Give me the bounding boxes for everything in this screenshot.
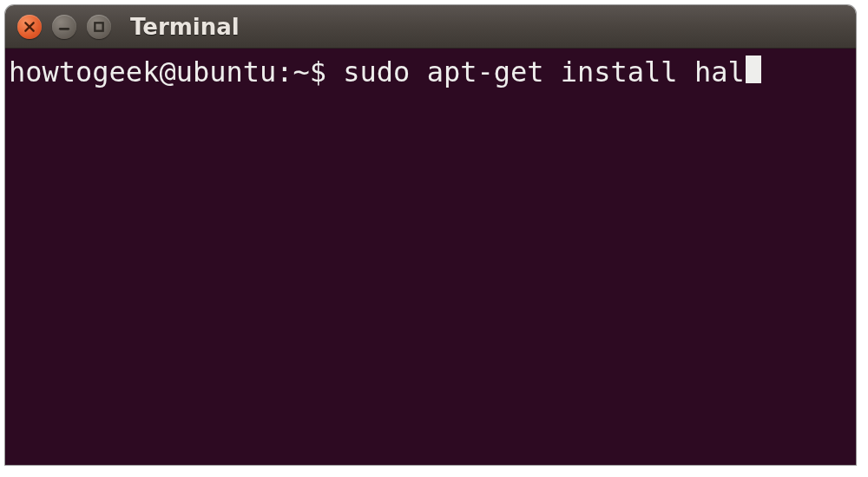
shell-prompt: howtogeek@ubuntu:~$ [9, 56, 343, 88]
maximize-icon [93, 21, 105, 33]
terminal-body[interactable]: howtogeek@ubuntu:~$ sudo apt-get install… [5, 49, 856, 465]
titlebar[interactable]: Terminal [5, 5, 856, 49]
svg-rect-3 [95, 23, 102, 30]
close-button[interactable] [17, 15, 42, 39]
terminal-window: Terminal howtogeek@ubuntu:~$ sudo apt-ge… [5, 5, 856, 465]
command-text: sudo apt-get install hal [343, 56, 744, 88]
prompt-line: howtogeek@ubuntu:~$ sudo apt-get install… [9, 56, 852, 88]
cursor [746, 56, 761, 83]
close-icon [23, 21, 36, 33]
maximize-button[interactable] [87, 15, 111, 39]
window-title: Terminal [130, 14, 240, 40]
window-controls [17, 15, 111, 39]
minimize-icon [58, 21, 70, 33]
minimize-button[interactable] [52, 15, 76, 39]
